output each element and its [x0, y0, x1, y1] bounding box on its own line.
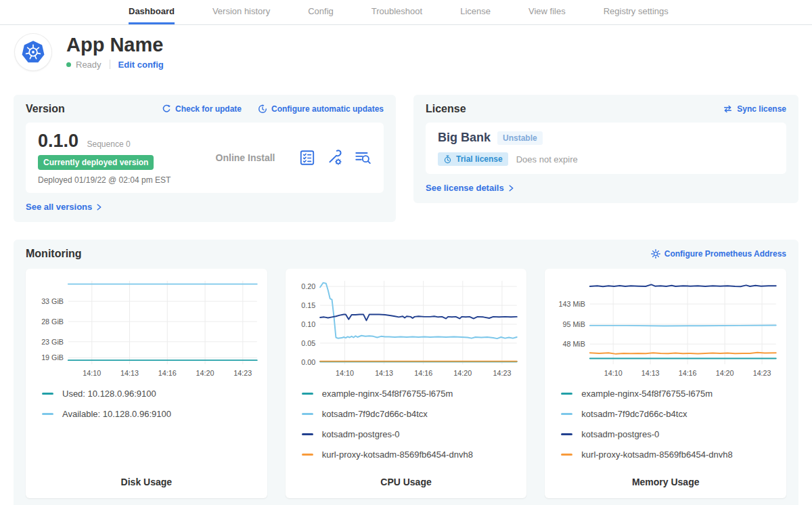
legend-label: example-nginx-54f8f76755-l675m — [581, 389, 713, 399]
svg-text:14:23: 14:23 — [233, 369, 252, 377]
config-tools-icon[interactable] — [326, 149, 344, 167]
legend-swatch — [561, 393, 572, 395]
tab-troubleshoot[interactable]: Troubleshoot — [371, 0, 422, 24]
legend-item: kurl-proxy-kotsadm-8569fb6454-dnvh8 — [302, 449, 519, 460]
legend-swatch — [302, 393, 313, 395]
legend-swatch — [42, 413, 53, 415]
version-card-title: Version — [26, 103, 65, 115]
tab-version-history[interactable]: Version history — [212, 0, 270, 24]
svg-text:14:10: 14:10 — [83, 369, 101, 377]
svg-text:14:20: 14:20 — [453, 369, 472, 377]
legend-item: Used: 10.128.0.96:9100 — [42, 389, 259, 399]
version-sequence: Sequence 0 — [87, 139, 131, 149]
legend-label: kotsadm-7f9dc7d66c-b4tcx — [581, 409, 687, 419]
svg-text:14:10: 14:10 — [336, 369, 354, 377]
chart-title: CPU Usage — [294, 470, 519, 487]
schedule-updates-icon — [258, 104, 267, 114]
kubernetes-icon — [21, 40, 45, 64]
legend-label: Available: 10.128.0.96:9100 — [62, 409, 171, 419]
tab-view-files[interactable]: View files — [528, 0, 566, 24]
svg-text:48 MiB: 48 MiB — [563, 340, 585, 348]
legend-item: Available: 10.128.0.96:9100 — [42, 409, 259, 419]
legend-swatch — [302, 413, 313, 415]
configure-prometheus-link[interactable]: Configure Prometheus Address — [651, 249, 786, 259]
tab-license[interactable]: License — [460, 0, 491, 24]
edit-config-link[interactable]: Edit config — [118, 60, 164, 70]
memory-usage-plot: 14:1014:1314:1614:2014:23143 MiB95 MiB48… — [553, 276, 778, 380]
svg-text:143 MiB: 143 MiB — [559, 300, 585, 308]
view-logs-icon[interactable] — [354, 149, 371, 167]
svg-text:14:16: 14:16 — [679, 369, 697, 377]
status-dot-icon — [66, 62, 71, 67]
svg-text:95 MiB: 95 MiB — [563, 320, 585, 328]
tab-dashboard[interactable]: Dashboard — [129, 0, 175, 24]
legend-label: kurl-proxy-kotsadm-8569fb6454-dnvh8 — [581, 449, 732, 460]
license-panel: Big Bank Unstable Trial license Does not… — [426, 123, 786, 174]
app-title: App Name — [66, 35, 164, 56]
legend-item: kotsadm-7f9dc7d66c-b4tcx — [302, 409, 519, 419]
see-all-versions-link[interactable]: See all versions — [26, 202, 102, 212]
version-number: 0.1.0 — [38, 131, 78, 151]
legend-label: example-nginx-54f8f76755-l675m — [322, 389, 453, 399]
top-nav: DashboardVersion historyConfigTroublesho… — [0, 0, 812, 25]
legend-swatch — [561, 433, 572, 435]
svg-text:14:16: 14:16 — [414, 369, 432, 377]
svg-text:0.00: 0.00 — [301, 358, 315, 366]
channel-badge: Unstable — [497, 131, 543, 145]
legend-item: kotsadm-7f9dc7d66c-b4tcx — [561, 409, 778, 419]
legend-swatch — [561, 454, 572, 456]
app-logo — [15, 34, 51, 70]
license-card-title: License — [426, 103, 466, 115]
svg-text:14:13: 14:13 — [375, 369, 393, 377]
legend-swatch — [302, 433, 313, 435]
current-version-panel: 0.1.0 Sequence 0 Currently deployed vers… — [26, 123, 384, 193]
memory-usage-legend: example-nginx-54f8f76755-l675mkotsadm-7f… — [561, 389, 778, 470]
refresh-icon — [162, 104, 171, 114]
svg-text:19 GiB: 19 GiB — [41, 353, 64, 361]
legend-swatch — [302, 454, 313, 456]
legend-label: kotsadm-7f9dc7d66c-b4tcx — [322, 409, 428, 419]
legend-item: example-nginx-54f8f76755-l675m — [302, 389, 519, 399]
deployed-timestamp: Deployed 01/19/22 @ 02:04 pm EST — [38, 175, 192, 185]
license-card: License Sync license Big Bank Unstable — [413, 95, 798, 203]
legend-swatch — [561, 413, 572, 415]
svg-text:14:23: 14:23 — [753, 369, 771, 377]
svg-text:14:13: 14:13 — [641, 369, 660, 377]
chart-card-disk-usage: 14:1014:1314:1614:2014:2333 GiB28 GiB23 … — [26, 269, 267, 498]
chevron-right-icon — [96, 203, 102, 211]
legend-label: kotsadm-postgres-0 — [581, 429, 659, 439]
license-expiry: Does not expire — [516, 154, 578, 164]
disk-usage-legend: Used: 10.128.0.96:9100Available: 10.128.… — [42, 389, 259, 429]
tab-registry-settings[interactable]: Registry settings — [604, 0, 669, 24]
legend-label: Used: 10.128.0.96:9100 — [62, 389, 156, 399]
legend-label: kurl-proxy-kotsadm-8569fb6454-dnvh8 — [322, 449, 473, 460]
chevron-right-icon — [508, 184, 514, 192]
sync-license-link[interactable]: Sync license — [723, 104, 786, 114]
see-license-details-link[interactable]: See license details — [426, 183, 514, 193]
chart-card-memory-usage: 14:1014:1314:1614:2014:23143 MiB95 MiB48… — [545, 269, 786, 498]
legend-label: kotsadm-postgres-0 — [322, 429, 400, 439]
summary-row: Version Check for update Configure au — [14, 95, 798, 222]
divider — [110, 60, 110, 69]
monitoring-card: Monitoring Configure Prometheus Address … — [14, 240, 798, 505]
disk-usage-plot: 14:1014:1314:1614:2014:2333 GiB28 GiB23 … — [34, 276, 259, 380]
cpu-usage-legend: example-nginx-54f8f76755-l675mkotsadm-7f… — [302, 389, 519, 470]
tab-config[interactable]: Config — [308, 0, 334, 24]
stopwatch-icon — [443, 155, 452, 164]
svg-text:14:13: 14:13 — [120, 369, 139, 377]
chart-title: Disk Usage — [34, 470, 259, 487]
check-for-update-link[interactable]: Check for update — [162, 104, 242, 114]
configure-automatic-updates-link[interactable]: Configure automatic updates — [258, 104, 384, 114]
chart-card-cpu-usage: 14:1014:1314:1614:2014:230.200.150.100.0… — [286, 269, 527, 498]
svg-text:0.20: 0.20 — [301, 282, 315, 290]
preflight-checks-icon[interactable] — [298, 149, 316, 167]
app-header: App Name Ready Edit config — [0, 25, 812, 70]
gear-icon — [651, 249, 660, 259]
app-status: Ready — [76, 60, 102, 70]
svg-text:23 GiB: 23 GiB — [41, 338, 64, 346]
svg-text:14:20: 14:20 — [716, 369, 734, 377]
legend-item: kotsadm-postgres-0 — [561, 429, 778, 439]
cpu-usage-plot: 14:1014:1314:1614:2014:230.200.150.100.0… — [294, 276, 519, 380]
customer-name: Big Bank — [438, 131, 491, 145]
charts-row: 14:1014:1314:1614:2014:2333 GiB28 GiB23 … — [26, 269, 786, 498]
